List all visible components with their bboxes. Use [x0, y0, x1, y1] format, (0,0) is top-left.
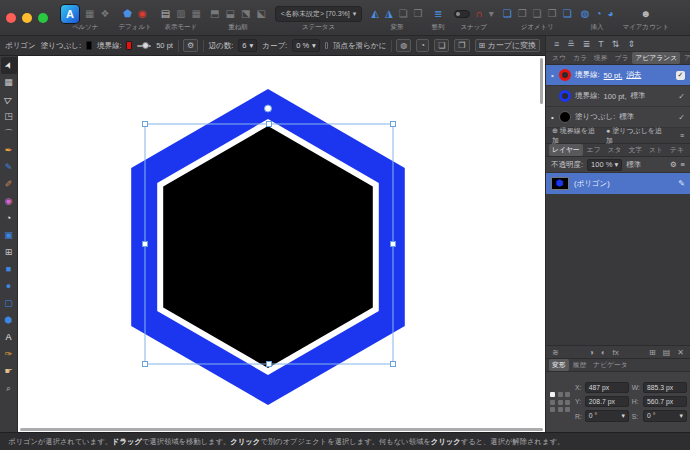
y-field[interactable]: 208.7 px	[585, 396, 629, 407]
pixel-persona-icon[interactable]: ▦	[85, 9, 94, 19]
opacity-field[interactable]: 100 % ▾	[587, 159, 622, 171]
link-layer-icon[interactable]: ≋	[552, 348, 559, 357]
tab-stroke[interactable]: 境界	[591, 52, 611, 64]
view-outline-icon[interactable]: ▤	[161, 9, 170, 19]
selection-handle-top-right[interactable]	[391, 122, 396, 127]
fill-style-link[interactable]: 標準	[619, 112, 634, 122]
zoom-tool-button[interactable]: ⌕	[1, 380, 17, 397]
zoom-window-button[interactable]	[38, 13, 48, 23]
pen-tool-button[interactable]: ✒	[1, 142, 17, 159]
minimize-window-button[interactable]	[22, 13, 32, 23]
rounded-rectangle-tool-button[interactable]: ▢	[1, 295, 17, 312]
delete-layer-icon[interactable]: ✕	[677, 348, 684, 357]
visibility-check-icon[interactable]: ✓	[678, 92, 685, 101]
preset-vector-icon[interactable]: ⬟	[123, 9, 132, 19]
anchor-point-selector[interactable]	[550, 392, 570, 412]
text-tool-button[interactable]: A	[1, 329, 17, 346]
geometry-subtract-icon[interactable]: ❐	[518, 9, 527, 19]
anchor-bottom-center[interactable]	[558, 407, 563, 412]
pencil-tool-button[interactable]: ✎	[1, 159, 17, 176]
selection-handle-top-left[interactable]	[143, 122, 148, 127]
stroke-blue-swatch-icon[interactable]	[559, 90, 571, 102]
anchor-top-center[interactable]	[558, 392, 563, 397]
new-layer-icon[interactable]: ⊞	[649, 348, 656, 357]
tab-colour[interactable]: カラ	[570, 52, 590, 64]
export-persona-icon[interactable]: ❖	[100, 9, 109, 19]
studio-toolbar-icon-4[interactable]: T	[598, 39, 604, 49]
tab-appearance[interactable]: アピアランス	[632, 52, 680, 64]
flip-horizontal-icon[interactable]: ◭	[371, 9, 379, 19]
flip-vertical-icon[interactable]: ◮	[385, 9, 393, 19]
anchor-center[interactable]	[558, 400, 563, 405]
anchor-middle-left[interactable]	[550, 400, 555, 405]
curve-field[interactable]: 0 % ▾	[292, 39, 320, 52]
stroke-width-link[interactable]: 100 pt,	[604, 92, 627, 101]
gear-icon[interactable]: ⚙	[670, 160, 677, 169]
stroke-style-link[interactable]: 標準	[631, 91, 646, 101]
geometry-divide-icon[interactable]: ❒	[548, 9, 557, 19]
context-action-button-3[interactable]: ❏	[434, 39, 449, 52]
insert-behind-icon[interactable]: ◕	[607, 9, 613, 19]
corner-tool-button[interactable]: ⌒	[1, 125, 17, 142]
tab-effects[interactable]: エフ	[584, 144, 604, 156]
move-to-back-icon[interactable]: ⬕	[256, 9, 265, 19]
group-layer-icon[interactable]: ▤	[663, 348, 671, 357]
tab-navigator[interactable]: ナビゲータ	[590, 359, 631, 371]
hexagon-fill[interactable]	[163, 126, 373, 368]
snap-toggle[interactable]	[454, 10, 470, 18]
move-forward-icon[interactable]: ⬓	[226, 9, 235, 19]
anchor-middle-right[interactable]	[565, 400, 570, 405]
close-window-button[interactable]	[6, 13, 16, 23]
visibility-check-icon[interactable]: ✓	[678, 113, 685, 122]
blend-mode-value[interactable]: 標準	[626, 160, 641, 170]
place-image-tool-button[interactable]: ▣	[1, 227, 17, 244]
fill-tool-button[interactable]: ◉	[1, 193, 17, 210]
tab-transform[interactable]: 変形	[549, 359, 569, 371]
document-selector[interactable]: <名称未設定> [70.3%] ▾	[275, 6, 362, 22]
smooth-points-checkbox[interactable]	[325, 42, 328, 49]
context-action-button-4[interactable]: ❐	[454, 39, 469, 52]
polygon-radius-handle[interactable]	[265, 105, 272, 112]
w-field[interactable]: 885.3 px	[643, 382, 687, 393]
stroke-width-slider[interactable]	[137, 45, 151, 47]
move-tool-button[interactable]: ➤	[1, 57, 17, 74]
selection-handle-bottom-left[interactable]	[143, 362, 148, 367]
anchor-bottom-right[interactable]	[565, 407, 570, 412]
anchor-bottom-left[interactable]	[550, 407, 555, 412]
rectangle-tool-button[interactable]: ■	[1, 261, 17, 278]
selection-handle-middle-right[interactable]	[391, 242, 396, 247]
move-to-front-icon[interactable]: ⬒	[210, 9, 219, 19]
crop-tool-button[interactable]: ⊞	[1, 244, 17, 261]
stroke-swatch[interactable]	[126, 41, 132, 50]
studio-toolbar-icon-2[interactable]: ≞	[567, 39, 575, 49]
transparency-tool-button[interactable]: ◔	[1, 210, 17, 227]
visibility-checkbox[interactable]: ✓	[676, 71, 685, 80]
pan-tool-button[interactable]: ☛	[1, 363, 17, 380]
context-action-button-2[interactable]: ◔	[416, 39, 429, 52]
adjustment-layer-icon[interactable]: ◐	[601, 348, 606, 357]
anchor-top-left[interactable]	[550, 392, 555, 397]
selection-handle-middle-left[interactable]	[143, 242, 148, 247]
anchor-top-right[interactable]	[565, 392, 570, 397]
context-action-button-1[interactable]: ◍	[396, 39, 411, 52]
tab-brushes[interactable]: ブラ	[611, 52, 631, 64]
stroke-width-slider-thumb[interactable]	[142, 42, 149, 49]
canvas[interactable]	[18, 56, 545, 432]
geometry-add-icon[interactable]: ❏	[503, 9, 512, 19]
tab-styles[interactable]: スタ	[605, 144, 625, 156]
tab-assets[interactable]: アセ	[681, 52, 690, 64]
rotation-field[interactable]: 0 °▾	[585, 410, 629, 422]
h-field[interactable]: 560.7 px	[643, 396, 687, 407]
studio-toolbar-icon-5[interactable]: ⇅	[612, 39, 620, 49]
vertical-scrollbar[interactable]	[540, 58, 543, 104]
convert-to-curves-button[interactable]: ⊞ カーブに変換	[475, 39, 541, 52]
add-fill-button[interactable]: ● 塗りつぶしを追加	[606, 126, 664, 146]
layer-row-polygon[interactable]: ⬢ (ポリゴン) ✎	[546, 173, 690, 194]
point-transform-tool-button[interactable]: ◳	[1, 108, 17, 125]
tab-swatches[interactable]: スウ	[549, 52, 569, 64]
stroke-style-link[interactable]: 消去	[626, 70, 641, 80]
panel-menu-icon[interactable]: ≡	[680, 132, 684, 139]
appearance-row-stroke-100[interactable]: 境界線: 100 pt, 標準 ✓	[546, 86, 690, 107]
studio-toolbar-icon-3[interactable]: ≣	[583, 39, 591, 49]
sides-field[interactable]: 6 ▾	[238, 39, 257, 52]
